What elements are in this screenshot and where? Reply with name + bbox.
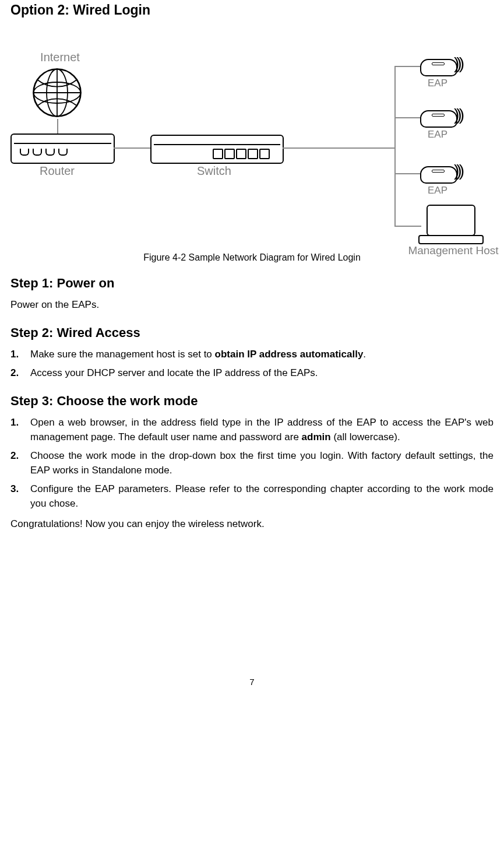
step2-heading: Step 2: Wired Access xyxy=(10,325,494,340)
option-heading: Option 2: Wired Login xyxy=(10,2,494,18)
list-marker: 2. xyxy=(10,366,30,381)
list-text: Open a web browser, in the address field… xyxy=(30,417,494,442)
closing-text: Congratulations! Now you can enjoy the w… xyxy=(10,517,494,532)
list-item: 1. Make sure the management host is set … xyxy=(10,347,494,362)
list-text: (all lowercase). xyxy=(331,431,400,442)
router-icon xyxy=(10,134,115,164)
eap-icon: ))) xyxy=(420,54,470,78)
step3-list: 1. Open a web browser, in the address fi… xyxy=(10,416,494,511)
list-marker: 3. xyxy=(10,482,30,511)
eap-icon: ))) xyxy=(420,106,470,129)
list-text: Choose the work mode in the drop-down bo… xyxy=(30,449,494,477)
step3-heading: Step 3: Choose the work mode xyxy=(10,394,494,409)
list-marker: 1. xyxy=(10,347,30,362)
laptop-icon xyxy=(418,205,482,244)
list-item: 3. Configure the EAP parameters. Please … xyxy=(10,482,494,511)
eap-icon: ))) xyxy=(420,161,470,185)
page-number: 7 xyxy=(10,677,494,698)
network-diagram: Internet Router xyxy=(10,29,494,263)
bold-text: obtain IP address automatically xyxy=(215,349,364,360)
switch-label: Switch xyxy=(197,164,231,178)
list-text: Configure the EAP parameters. Please ref… xyxy=(30,482,494,511)
list-item: 2. Access your DHCP server and locate th… xyxy=(10,366,494,381)
router-label: Router xyxy=(40,164,75,178)
internet-label: Internet xyxy=(34,51,86,64)
eap-label-3: EAP xyxy=(428,185,447,196)
switch-icon xyxy=(150,135,284,164)
list-marker: 1. xyxy=(10,416,30,444)
eap-label-2: EAP xyxy=(428,129,447,141)
bold-text: admin xyxy=(302,431,331,442)
eap-label-1: EAP xyxy=(428,78,447,89)
list-text: Access your DHCP server and locate the I… xyxy=(30,366,494,381)
list-text: Make sure the management host is set to xyxy=(30,349,215,360)
list-item: 1. Open a web browser, in the address fi… xyxy=(10,416,494,444)
step2-list: 1. Make sure the management host is set … xyxy=(10,347,494,381)
management-host-label: Management Host xyxy=(401,244,504,257)
list-marker: 2. xyxy=(10,449,30,477)
step1-body: Power on the EAPs. xyxy=(10,298,494,312)
globe-icon xyxy=(31,66,83,119)
list-text: . xyxy=(363,349,366,360)
step1-heading: Step 1: Power on xyxy=(10,276,494,291)
list-item: 2. Choose the work mode in the drop-down… xyxy=(10,449,494,477)
